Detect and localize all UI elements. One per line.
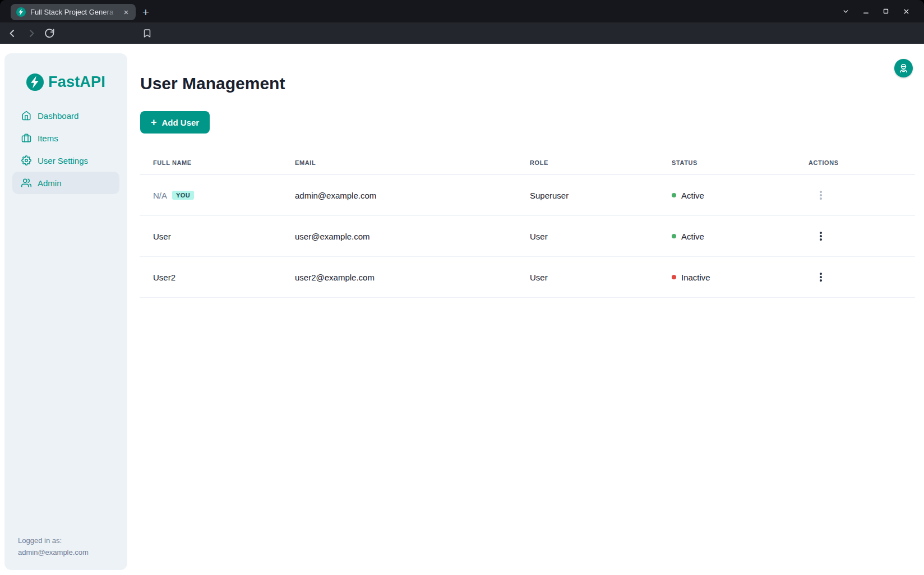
maximize-button-icon[interactable] (880, 6, 891, 17)
fastapi-favicon-icon (16, 7, 26, 17)
cell-role: User (516, 232, 658, 241)
window-controls (840, 0, 912, 22)
new-tab-button[interactable]: + (138, 5, 153, 20)
browser-titlebar: Full Stack Project Genera × + (0, 0, 924, 22)
sidebar-item-label: Items (38, 134, 58, 143)
sidebar-item-dashboard[interactable]: Dashboard (12, 104, 119, 127)
briefcase-icon (21, 133, 31, 143)
cell-actions (795, 187, 915, 204)
cell-full-name: User (140, 232, 281, 241)
status-label: Active (681, 191, 704, 200)
cell-email: user@example.com (281, 232, 516, 241)
back-button-icon[interactable] (7, 27, 19, 39)
cell-email: user2@example.com (281, 273, 516, 282)
fastapi-logo-icon (26, 73, 44, 91)
row-actions-menu-icon (814, 187, 828, 204)
fastapi-logo: FastAPI (4, 53, 127, 91)
column-header-actions: Actions (795, 159, 915, 166)
sidebar-item-user-settings[interactable]: User Settings (12, 149, 119, 172)
table-row: User2 user2@example.com User Inactive (140, 257, 915, 298)
home-icon (21, 111, 31, 121)
sidebar-item-label: Admin (38, 178, 62, 188)
browser-window: Full Stack Project Genera × + (0, 0, 924, 575)
row-actions-menu-icon[interactable] (814, 269, 828, 286)
add-user-button[interactable]: + Add User (140, 111, 210, 134)
bookmark-icon[interactable] (141, 27, 153, 39)
full-name-value: N/A (153, 191, 167, 200)
logged-in-email: admin@example.com (18, 547, 89, 559)
logged-in-footer: Logged in as: admin@example.com (18, 535, 89, 559)
add-user-label: Add User (162, 118, 200, 127)
cell-actions (795, 228, 915, 245)
gear-icon (21, 155, 31, 165)
fastapi-logo-text: FastAPI (48, 73, 105, 91)
you-badge: YOU (172, 191, 194, 200)
browser-toolbar: i localhost/admin 1 (0, 22, 924, 44)
status-label: Inactive (681, 273, 710, 282)
table-header-row: Full Name Email Role Status Actions (140, 150, 915, 175)
cell-actions (795, 269, 915, 286)
cell-status: Inactive (658, 273, 795, 282)
sidebar-item-admin[interactable]: Admin (12, 172, 119, 194)
reload-button-icon[interactable] (44, 27, 56, 39)
users-icon (21, 178, 31, 188)
sidebar: FastAPI Dashboard Items User Settings (4, 53, 127, 570)
status-dot (672, 275, 676, 279)
column-header-full-name: Full Name (140, 159, 281, 166)
cell-role: Superuser (516, 191, 658, 200)
forward-button-icon[interactable] (25, 27, 37, 39)
cell-status: Active (658, 232, 795, 241)
sidebar-nav: Dashboard Items User Settings Admin (12, 104, 119, 194)
users-table: Full Name Email Role Status Actions N/A … (140, 150, 915, 298)
sidebar-item-label: User Settings (38, 156, 88, 165)
page-title: User Management (140, 74, 285, 93)
table-row: N/A YOU admin@example.com Superuser Acti… (140, 175, 915, 216)
user-astronaut-icon (898, 63, 909, 73)
tab-search-chevron-icon[interactable] (840, 6, 851, 17)
cell-role: User (516, 273, 658, 282)
cell-status: Active (658, 191, 795, 200)
sidebar-item-items[interactable]: Items (12, 127, 119, 149)
plus-icon: + (151, 117, 157, 127)
sidebar-item-label: Dashboard (38, 111, 78, 121)
column-header-role: Role (516, 159, 658, 166)
browser-tab[interactable]: Full Stack Project Genera × (11, 4, 136, 20)
column-header-status: Status (658, 159, 795, 166)
user-menu-button[interactable] (894, 59, 913, 77)
table-row: User user@example.com User Active (140, 216, 915, 257)
cell-email: admin@example.com (281, 191, 516, 200)
column-header-email: Email (281, 159, 516, 166)
status-dot (672, 193, 676, 197)
page-content: FastAPI Dashboard Items User Settings (0, 44, 924, 575)
logged-in-label: Logged in as: (18, 535, 89, 547)
status-dot (672, 234, 676, 238)
tab-close-icon[interactable]: × (121, 7, 131, 17)
status-label: Active (681, 232, 704, 241)
minimize-button-icon[interactable] (860, 6, 871, 17)
tab-title: Full Stack Project Genera (30, 8, 121, 16)
cell-full-name: N/A YOU (140, 191, 281, 200)
row-actions-menu-icon[interactable] (814, 228, 828, 245)
cell-full-name: User2 (140, 273, 281, 282)
close-window-button-icon[interactable] (900, 6, 912, 17)
